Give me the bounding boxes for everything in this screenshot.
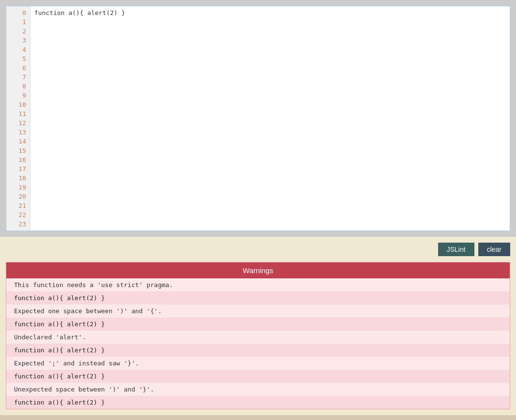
code-editor[interactable] xyxy=(30,6,510,231)
warning-message: Undeclared 'alert'. xyxy=(6,331,510,344)
line-number: 10 xyxy=(10,100,26,109)
line-number: 15 xyxy=(10,146,26,155)
line-number: 4 xyxy=(10,45,26,54)
top-section: 01234567891011121314151617181920212223 xyxy=(0,0,516,237)
line-number: 0 xyxy=(10,8,26,17)
line-number: 18 xyxy=(10,174,26,183)
line-number: 11 xyxy=(10,109,26,118)
line-number: 17 xyxy=(10,164,26,174)
line-number: 22 xyxy=(10,210,26,219)
line-number: 19 xyxy=(10,183,26,192)
line-number: 9 xyxy=(10,91,26,100)
line-number: 21 xyxy=(10,201,26,210)
warning-code-line: function a(){ alert(2) } xyxy=(6,318,510,331)
warnings-panel: Warnings This function needs a 'use stri… xyxy=(6,262,510,409)
warnings-list: This function needs a 'use strict' pragm… xyxy=(6,278,510,409)
clear-button[interactable]: clear xyxy=(478,243,510,256)
jslint-button[interactable]: JSLint xyxy=(438,243,474,256)
bottom-section: JSLint clear Warnings This function need… xyxy=(0,237,516,415)
line-number: 1 xyxy=(10,17,26,27)
line-numbers: 01234567891011121314151617181920212223 xyxy=(6,6,30,231)
warning-message: Expected one space between ')' and '{'. xyxy=(6,304,510,318)
warning-code-line: function a(){ alert(2) } xyxy=(6,396,510,409)
warning-code-line: function a(){ alert(2) } xyxy=(6,370,510,383)
line-number: 16 xyxy=(10,155,26,164)
warning-message: Expected ';' and instead saw '}'. xyxy=(6,357,510,370)
line-number: 5 xyxy=(10,54,26,63)
warning-message: This function needs a 'use strict' pragm… xyxy=(6,278,510,291)
line-number: 8 xyxy=(10,82,26,91)
line-number: 3 xyxy=(10,36,26,45)
line-number: 23 xyxy=(10,219,26,229)
editor-container: 01234567891011121314151617181920212223 xyxy=(6,6,510,231)
line-number: 14 xyxy=(10,137,26,146)
warning-message: Unexpected space between ')' and '}'. xyxy=(6,383,510,396)
warning-code-line: function a(){ alert(2) } xyxy=(6,291,510,304)
line-number: 2 xyxy=(10,27,26,36)
button-row: JSLint clear xyxy=(6,243,510,256)
line-number: 20 xyxy=(10,192,26,201)
line-number: 7 xyxy=(10,72,26,82)
warning-code-line: function a(){ alert(2) } xyxy=(6,344,510,357)
warnings-header: Warnings xyxy=(6,262,510,278)
line-number: 6 xyxy=(10,63,26,72)
line-number: 12 xyxy=(10,118,26,128)
line-number: 13 xyxy=(10,128,26,137)
